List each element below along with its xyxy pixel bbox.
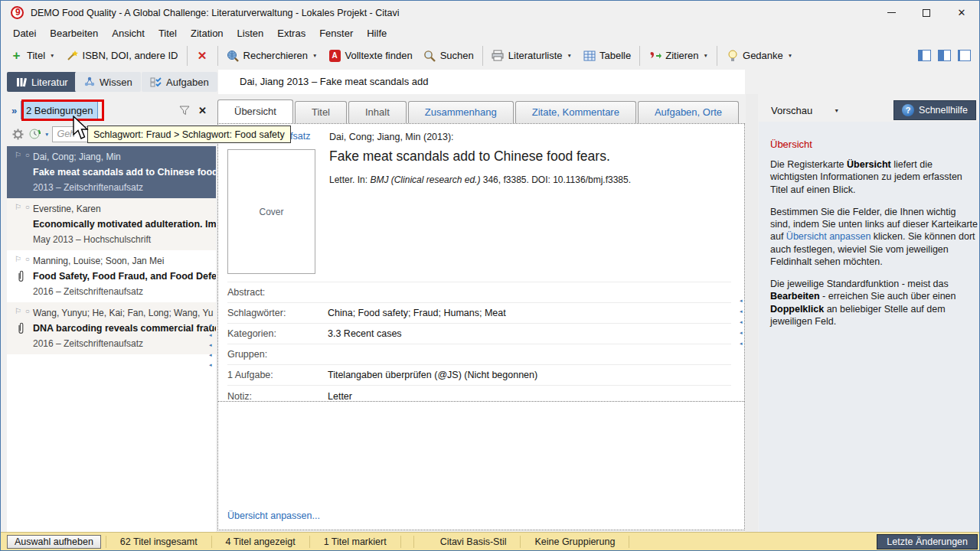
field-notiz[interactable]: Notiz:Letter [227,386,731,406]
ref-authors: Wang, Yunyu; He, Kai; Fan, Long; Wang, Y… [33,306,211,321]
right-splitter[interactable] [746,94,758,533]
help-paragraph-2: Bestimmen Sie die Felder, die Ihnen wich… [770,206,978,268]
ref-title: Fake meat scandals add to Chinese food f… [33,165,211,180]
recherchieren-button[interactable]: Recherchieren▼ [221,46,323,65]
field-schlagwoerter[interactable]: Schlagwörter:China; Food safety; Fraud; … [227,303,731,324]
menu-ansicht[interactable]: Ansicht [105,26,152,41]
zitieren-button[interactable]: Zitieren▼ [643,46,714,65]
tab-aufgaben[interactable]: Aufgaben [142,72,217,92]
reference-list: ⚐ ○ Dai, Cong; Jiang, Min Fake meat scan… [7,146,216,533]
network-icon [83,76,95,89]
cover-placeholder[interactable]: Cover [227,149,315,274]
search-icon [423,49,436,62]
citavi-logo-icon: 9 [11,6,24,19]
ref-authors: Everstine, Karen [33,202,211,217]
tab-zusammenhang[interactable]: Zusammenhang [408,101,514,123]
right-splitter-handle[interactable]: ◂◂◂◂◂ [740,298,746,346]
list-item-dai[interactable]: ⚐ ○ Dai, Cong; Jiang, Min Fake meat scan… [7,146,216,198]
toolbar-separator [717,46,717,66]
detail-citation: Letter. In: BMJ (Clinical research ed.) … [329,174,631,185]
lightbulb-icon [726,49,739,62]
suchen-button[interactable]: Suchen [418,46,479,65]
toolbar: + Titel▼ ISBN, DOI, andere ID ✕ Recherch… [2,41,980,70]
detail-authors-line: Dai, Cong; Jiang, Min (2013): [329,132,454,142]
add-title-button[interactable]: + Titel▼ [5,46,60,65]
maximize-button[interactable] [909,1,944,24]
tab-wissen[interactable]: Wissen [75,72,141,92]
menu-datei[interactable]: Datei [6,26,43,41]
uebersicht-anpassen-link[interactable]: Übersicht anpassen [786,231,871,242]
expand-chevrons-icon[interactable]: » [11,105,16,116]
delete-title-button[interactable]: ✕ [191,46,214,65]
field-gruppen[interactable]: Gruppen: [227,344,731,365]
volltexte-finden-button[interactable]: A Volltexte finden [323,46,418,65]
last-changes-button[interactable]: Letzte Änderungen [877,534,978,549]
customize-overview-link[interactable]: Übersicht anpassen... [227,510,320,521]
chevron-down-icon[interactable]: ▼ [44,132,49,137]
history-clock-icon[interactable] [28,128,41,141]
statusbar-separator [400,536,401,548]
delete-x-icon: ✕ [196,49,209,62]
paperclip-icon [17,270,24,283]
tab-zitate-kommentare[interactable]: Zitate, Kommentare [515,101,636,123]
chevron-down-icon: ▼ [50,53,54,58]
citation-style[interactable]: Citavi Basis-Stil [426,536,521,547]
menu-extras[interactable]: Extras [270,26,312,41]
menu-titel[interactable]: Titel [152,26,184,41]
field-list: Abstract: Schlagwörter:China; Food safet… [227,282,731,406]
quick-help-panel: Übersicht Die Registerkarte Übersicht li… [759,122,980,533]
gear-icon[interactable] [11,128,24,141]
help-heading: Übersicht [770,139,971,150]
tab-titel[interactable]: Titel [295,101,347,123]
literaturliste-button[interactable]: Literaturliste▼ [486,46,577,65]
deselect-button[interactable]: Auswahl aufheben [7,535,101,549]
tabelle-button[interactable]: Tabelle [577,46,636,65]
field-kategorien[interactable]: Kategorien:3.3 Recent cases [227,324,731,344]
overview-box: Zeitschriftenaufsatz Cover Dai, Cong; Ji… [218,124,744,402]
online-search-icon [227,49,240,62]
mouse-cursor [72,116,90,140]
menu-bearbeiten[interactable]: Bearbeiten [43,26,105,41]
menu-zitation[interactable]: Zitation [184,26,230,41]
checklist-icon [150,76,162,89]
pdf-icon: A [328,49,341,62]
close-filter-icon[interactable]: ✕ [198,105,207,116]
vorschau-label[interactable]: Vorschau [771,105,812,116]
grouping[interactable]: Keine Gruppierung [521,536,629,547]
title-bar: 9 DEMO Food Quality - A Global Challenge… [1,1,979,24]
list-item-everstine[interactable]: ⚐ ○ Everstine, Karen Economically motiva… [7,198,216,250]
list-item-wang[interactable]: ⚐ ○ Wang, Yunyu; He, Kai; Fan, Long; Wan… [7,302,216,354]
status-bar: Auswahl aufheben 62 Titel insgesamt 4 Ti… [1,532,980,550]
tab-literatur[interactable]: Literatur [7,72,77,92]
field-aufgabe[interactable]: 1 Aufgabe:Titelangaben überprüfen (@JS) … [227,365,731,386]
field-abstract[interactable]: Abstract: [227,282,731,303]
filter-funnel-icon[interactable] [178,104,191,117]
window-title: DEMO Food Quality - A Global Challenge: … [31,8,399,18]
tab-uebersicht[interactable]: Übersicht [217,99,293,123]
layout-left-panel-icon[interactable] [918,50,931,61]
ref-title: Economically motivated adulteration. Imp… [33,217,211,232]
list-item-manning[interactable]: ⚐ ○ Manning, Louise; Soon, Jan Mei Food … [7,250,216,302]
menu-fenster[interactable]: Fenster [312,26,360,41]
shown-count: 4 Titel angezeigt [212,536,309,547]
magic-wand-icon [66,49,79,62]
tab-inhalt[interactable]: Inhalt [348,101,407,123]
chevron-down-icon[interactable]: ▼ [834,108,839,113]
flag-circle-icons: ⚐ ○ [15,203,31,211]
layout-two-panel-icon[interactable] [938,50,951,61]
detail-title[interactable]: Fake meat scandals add to Chinese food f… [329,148,610,165]
left-splitter-handle[interactable]: ◂◂◂◂◂ [209,322,215,367]
tab-aufgaben-orte[interactable]: Aufgaben, Orte [638,101,739,123]
schnellhilfe-button[interactable]: ? Schnellhilfe [893,100,976,120]
chevron-down-icon: ▼ [567,53,572,58]
menu-hilfe[interactable]: Hilfe [360,26,394,41]
isbn-doi-button[interactable]: ISBN, DOI, andere ID [60,46,184,65]
detail-tabs: Übersicht Titel Inhalt Zusammenhang Zita… [217,99,746,123]
layout-full-icon[interactable] [958,50,971,61]
close-button[interactable]: ✕ [944,1,979,24]
quote-icon [648,49,662,62]
gedanke-button[interactable]: Gedanke▼ [720,46,798,65]
menu-listen[interactable]: Listen [230,26,271,41]
minimize-button[interactable] [874,1,909,24]
toolbar-separator [482,46,483,66]
